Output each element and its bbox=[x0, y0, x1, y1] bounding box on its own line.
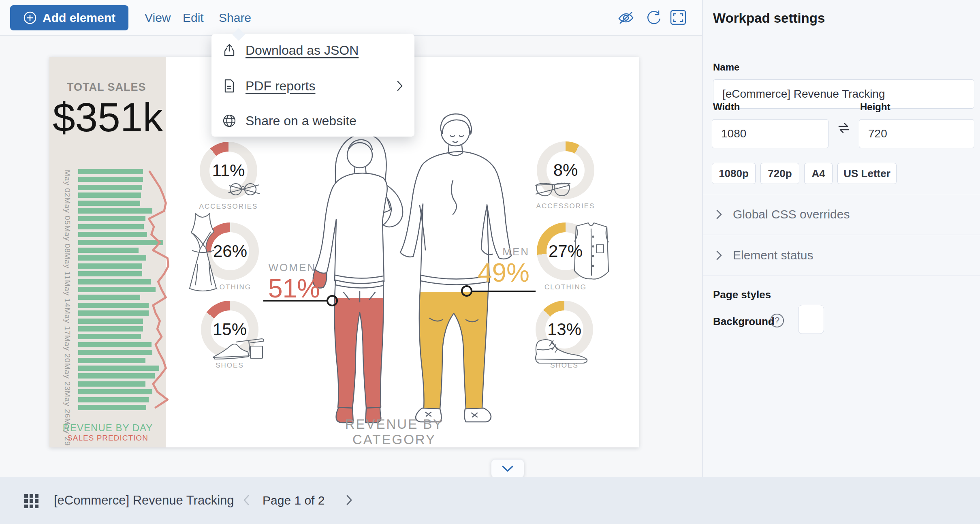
top-toolbar: Add element View Edit Share bbox=[0, 0, 702, 36]
export-icon bbox=[222, 43, 237, 58]
donut-category-label: ACCESSORIES bbox=[521, 202, 610, 210]
footer-workpad-name: [eCommerce] Revenue Tracking bbox=[54, 477, 234, 524]
accordion-label: Element status bbox=[733, 248, 813, 262]
workpad-name-input[interactable] bbox=[713, 79, 974, 109]
donut-men-clothing[interactable]: 27% bbox=[537, 222, 594, 280]
date-tick-label: May 20 bbox=[63, 335, 72, 363]
width-input[interactable] bbox=[712, 119, 828, 148]
donut-women-clothing[interactable]: 26% bbox=[201, 222, 259, 280]
page-styles-label: Page styles bbox=[713, 289, 771, 301]
donut-category-label: ACCESSORIES bbox=[184, 203, 273, 211]
width-label: Width bbox=[713, 101, 740, 113]
men-label: MEN bbox=[473, 246, 529, 258]
background-color-swatch[interactable] bbox=[798, 305, 824, 334]
bar-chart-date-axis: May 02May 05May 08May 11May 14May 17May … bbox=[59, 170, 75, 411]
plus-circle-icon bbox=[23, 11, 37, 25]
accordion-element-status[interactable]: Element status bbox=[703, 235, 980, 276]
page-scroll-down-button[interactable] bbox=[491, 459, 524, 478]
chevron-right-icon bbox=[396, 79, 404, 92]
share-dropdown-menu: Download as JSON PDF reports Share on a … bbox=[211, 34, 414, 137]
date-tick-label: May 08 bbox=[63, 225, 72, 253]
donut-percent: 15% bbox=[201, 301, 258, 358]
accordion-global-css[interactable]: Global CSS overrides bbox=[703, 194, 980, 235]
globe-icon bbox=[222, 113, 237, 128]
preset-us-letter[interactable]: US Letter bbox=[837, 163, 897, 184]
sales-prediction-line bbox=[78, 169, 179, 416]
bar-chart-title: REVENUE BY DAY bbox=[49, 422, 166, 434]
help-icon[interactable]: ? bbox=[770, 314, 784, 327]
refresh-icon[interactable] bbox=[645, 10, 663, 26]
men-callout-line bbox=[472, 291, 536, 292]
men-callout-ring bbox=[461, 285, 472, 297]
donut-women-accessories[interactable]: 11% bbox=[200, 142, 257, 199]
preset-1080p[interactable]: 1080p bbox=[712, 163, 756, 184]
date-tick-label: May 11 bbox=[63, 253, 72, 280]
menu-item-download-json[interactable]: Download as JSON bbox=[211, 34, 414, 66]
page-grid-button[interactable] bbox=[23, 493, 41, 511]
date-tick-label: May 14 bbox=[63, 280, 72, 308]
menu-edit[interactable]: Edit bbox=[183, 0, 204, 36]
height-input[interactable] bbox=[859, 119, 974, 148]
swap-icon bbox=[835, 119, 853, 137]
page-manager-bar: [eCommerce] Revenue Tracking Page 1 of 2 bbox=[0, 477, 980, 524]
total-sales-value: $351k bbox=[53, 94, 163, 141]
revenue-by-category-title: REVENUE BY CATEGORY bbox=[317, 417, 471, 447]
revenue-by-day-bar-chart[interactable] bbox=[78, 169, 175, 416]
donut-women-shoes[interactable]: 15% bbox=[201, 301, 258, 358]
date-tick-label: May 05 bbox=[63, 197, 72, 225]
background-label: Background bbox=[713, 315, 775, 328]
divider bbox=[703, 276, 980, 276]
menu-view[interactable]: View bbox=[145, 0, 171, 36]
document-icon bbox=[222, 79, 237, 93]
chevron-left-icon bbox=[243, 494, 250, 506]
men-pct: 49% bbox=[457, 258, 529, 288]
donut-category-label: CLOTHING bbox=[521, 283, 610, 291]
menu-share[interactable]: Share bbox=[219, 0, 251, 36]
accordion-label: Global CSS overrides bbox=[733, 207, 850, 221]
preset-720p[interactable]: 720p bbox=[760, 163, 799, 184]
menu-item-label: Share on a website bbox=[246, 113, 357, 128]
grid-icon bbox=[23, 493, 40, 509]
chevron-down-icon bbox=[502, 465, 514, 473]
menu-item-pdf-reports[interactable]: PDF reports bbox=[211, 70, 414, 102]
donut-percent: 11% bbox=[200, 142, 257, 199]
menu-item-share-website[interactable]: Share on a website bbox=[211, 105, 414, 137]
donut-percent: 13% bbox=[536, 301, 593, 358]
donut-category-label: SHOES bbox=[185, 361, 274, 370]
donut-percent: 27% bbox=[537, 222, 594, 280]
chevron-right-icon bbox=[346, 494, 353, 506]
women-callout-ring bbox=[327, 295, 338, 306]
donut-men-shoes[interactable]: 13% bbox=[536, 301, 593, 358]
swap-dimensions-button[interactable] bbox=[835, 119, 853, 137]
add-element-button[interactable]: Add element bbox=[10, 5, 128, 30]
height-label: Height bbox=[860, 101, 890, 113]
fullscreen-icon[interactable] bbox=[669, 10, 687, 26]
preset-a4[interactable]: A4 bbox=[804, 163, 833, 184]
menu-item-label: Download as JSON bbox=[246, 43, 359, 58]
chevron-right-icon bbox=[715, 249, 723, 261]
date-tick-label: May 23 bbox=[63, 363, 72, 391]
donut-percent: 26% bbox=[201, 222, 259, 280]
page-indicator: Page 1 of 2 bbox=[263, 477, 325, 524]
donut-men-accessories[interactable]: 8% bbox=[537, 141, 594, 199]
total-sales-panel[interactable]: TOTAL SALES $351k May 02May 05May 08May … bbox=[49, 57, 166, 447]
workpad-settings-panel: Workpad settings Name Width Height 1080p… bbox=[702, 0, 980, 477]
previous-page-button[interactable] bbox=[238, 492, 254, 509]
date-tick-label: May 26 bbox=[63, 391, 72, 418]
menu-item-label: PDF reports bbox=[246, 79, 315, 94]
workpad-settings-title: Workpad settings bbox=[713, 11, 825, 26]
name-label: Name bbox=[713, 62, 739, 73]
total-sales-label: TOTAL SALES bbox=[67, 81, 146, 94]
donut-percent: 8% bbox=[537, 141, 594, 199]
next-page-button[interactable] bbox=[341, 492, 357, 509]
women-callout-line bbox=[263, 300, 328, 302]
add-element-label: Add element bbox=[43, 11, 115, 25]
hide-toolbars-icon[interactable] bbox=[617, 10, 634, 26]
date-tick-label: May 17 bbox=[63, 308, 72, 335]
women-label: WOMEN bbox=[251, 261, 316, 274]
date-tick-label: May 02 bbox=[63, 170, 72, 197]
bar-chart-subtitle: SALES PREDICTION bbox=[49, 434, 166, 443]
chevron-right-icon bbox=[715, 208, 723, 220]
